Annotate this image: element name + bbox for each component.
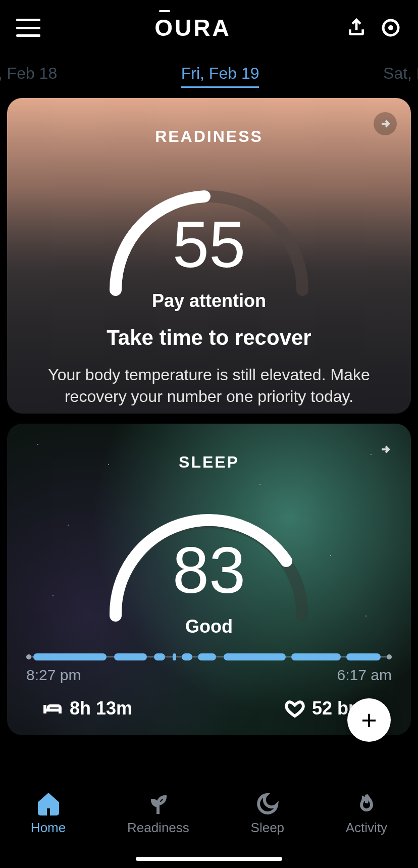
date-strip[interactable]: u, Feb 18 Fri, Feb 19 Sat, Feb: [0, 56, 418, 91]
menu-button[interactable]: [16, 19, 40, 37]
date-next[interactable]: Sat, Feb: [383, 64, 418, 83]
home-indicator[interactable]: [136, 857, 282, 861]
top-actions: [345, 17, 402, 39]
sleep-score: 83: [93, 532, 325, 608]
plus-icon: +: [361, 704, 377, 736]
sleep-title: SLEEP: [7, 424, 411, 472]
add-button[interactable]: +: [347, 698, 391, 742]
tab-readiness-label: Readiness: [127, 820, 189, 836]
top-bar: OOURAURA: [0, 0, 418, 56]
readiness-gauge: 55: [93, 161, 325, 292]
app-logo: OOURAURA: [154, 14, 231, 41]
tab-sleep[interactable]: Sleep: [251, 792, 285, 836]
moon-icon: [255, 792, 280, 816]
share-icon: [347, 18, 366, 37]
readiness-open-button[interactable]: [374, 112, 397, 135]
arrow-right-icon: [379, 118, 391, 130]
bed-icon: [42, 698, 63, 719]
cards-container: READINESS 55 Pay attention Take time to …: [0, 91, 418, 735]
sleep-start-time: 8:27 pm: [26, 667, 81, 684]
sprout-icon: [146, 792, 170, 816]
readiness-title: READINESS: [7, 98, 411, 146]
tab-home[interactable]: Home: [31, 792, 66, 836]
date-prev[interactable]: u, Feb 18: [0, 64, 57, 83]
sleep-gauge: 83: [93, 487, 325, 618]
tab-activity-label: Activity: [346, 820, 387, 836]
arrow-right-icon: [379, 443, 391, 455]
readiness-card[interactable]: READINESS 55 Pay attention Take time to …: [7, 98, 411, 414]
ring-status-button[interactable]: [380, 17, 402, 39]
home-icon: [36, 792, 61, 816]
sleep-hypnogram: [26, 652, 392, 661]
readiness-score: 55: [93, 207, 325, 282]
tab-activity[interactable]: Activity: [346, 792, 387, 836]
share-button[interactable]: [345, 17, 368, 39]
sleep-open-button[interactable]: [374, 438, 397, 461]
sleep-card[interactable]: SLEEP 83 Good 8:: [7, 424, 411, 735]
flame-icon: [354, 792, 379, 816]
svg-point-1: [388, 25, 393, 30]
tab-readiness[interactable]: Readiness: [127, 792, 189, 836]
tab-home-label: Home: [31, 820, 66, 836]
sleep-end-time: 6:17 am: [337, 667, 392, 684]
date-selected[interactable]: Fri, Feb 19: [181, 64, 259, 83]
tab-sleep-label: Sleep: [251, 820, 285, 836]
ring-icon: [381, 18, 401, 38]
bottom-tab-bar: Home Readiness Sleep Activity: [0, 785, 418, 868]
